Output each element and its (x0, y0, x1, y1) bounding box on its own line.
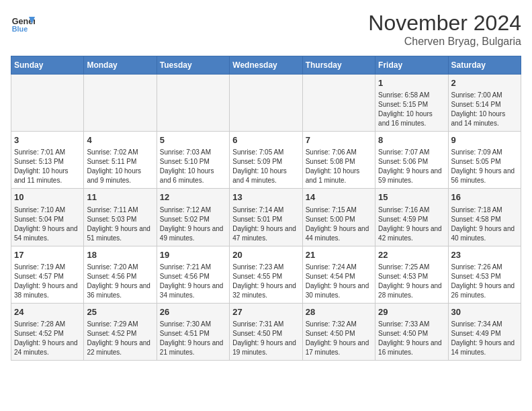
weekday-header-wednesday: Wednesday (230, 56, 302, 75)
day-number: 7 (306, 134, 372, 146)
day-info: Sunrise: 7:11 AM Sunset: 5:03 PM Dayligh… (87, 205, 153, 243)
day-number: 15 (378, 191, 445, 203)
calendar-cell: 16Sunrise: 7:18 AM Sunset: 4:58 PM Dayli… (448, 189, 521, 246)
day-info: Sunrise: 7:10 AM Sunset: 5:04 PM Dayligh… (14, 205, 81, 243)
weekday-header-friday: Friday (375, 56, 448, 75)
day-number: 8 (378, 134, 445, 146)
calendar-cell: 28Sunrise: 7:32 AM Sunset: 4:50 PM Dayli… (302, 303, 375, 360)
calendar-cell: 12Sunrise: 7:12 AM Sunset: 5:02 PM Dayli… (157, 189, 229, 246)
day-number: 25 (87, 306, 153, 318)
day-number: 1 (378, 77, 445, 89)
logo-icon: General Blue (11, 11, 35, 35)
month-title: November 2024 (368, 11, 521, 36)
svg-text:Blue: Blue (12, 25, 28, 33)
day-number: 30 (451, 306, 518, 318)
day-number: 14 (306, 191, 372, 203)
day-number: 29 (378, 306, 445, 318)
day-info: Sunrise: 7:16 AM Sunset: 4:59 PM Dayligh… (378, 205, 445, 243)
weekday-header-thursday: Thursday (302, 56, 375, 75)
day-info: Sunrise: 7:02 AM Sunset: 5:11 PM Dayligh… (87, 148, 153, 185)
day-info: Sunrise: 7:28 AM Sunset: 4:52 PM Dayligh… (14, 320, 81, 357)
day-info: Sunrise: 7:26 AM Sunset: 4:53 PM Dayligh… (451, 263, 518, 300)
calendar-cell: 25Sunrise: 7:29 AM Sunset: 4:52 PM Dayli… (84, 303, 157, 360)
day-info: Sunrise: 7:29 AM Sunset: 4:52 PM Dayligh… (87, 320, 153, 357)
day-info: Sunrise: 7:05 AM Sunset: 5:09 PM Dayligh… (232, 148, 299, 185)
day-number: 21 (306, 249, 372, 261)
location: Cherven Bryag, Bulgaria (368, 36, 521, 48)
day-number: 13 (232, 191, 299, 203)
day-number: 16 (451, 191, 518, 203)
day-number: 20 (232, 249, 299, 261)
weekday-header-tuesday: Tuesday (157, 56, 229, 75)
weekday-header-saturday: Saturday (448, 56, 521, 75)
calendar-cell: 27Sunrise: 7:31 AM Sunset: 4:50 PM Dayli… (230, 303, 302, 360)
calendar-cell: 8Sunrise: 7:07 AM Sunset: 5:06 PM Daylig… (375, 132, 448, 189)
day-info: Sunrise: 7:00 AM Sunset: 5:14 PM Dayligh… (451, 91, 518, 128)
day-number: 12 (160, 191, 226, 203)
day-number: 3 (14, 134, 81, 146)
calendar-cell (157, 75, 229, 132)
day-info: Sunrise: 7:12 AM Sunset: 5:02 PM Dayligh… (160, 205, 226, 243)
day-info: Sunrise: 7:23 AM Sunset: 4:55 PM Dayligh… (232, 263, 299, 300)
calendar-cell: 5Sunrise: 7:03 AM Sunset: 5:10 PM Daylig… (157, 132, 229, 189)
calendar-cell: 9Sunrise: 7:09 AM Sunset: 5:05 PM Daylig… (448, 132, 521, 189)
calendar-cell: 14Sunrise: 7:15 AM Sunset: 5:00 PM Dayli… (302, 189, 375, 246)
calendar-cell: 17Sunrise: 7:19 AM Sunset: 4:57 PM Dayli… (11, 246, 84, 303)
day-number: 26 (160, 306, 226, 318)
day-info: Sunrise: 7:15 AM Sunset: 5:00 PM Dayligh… (306, 205, 372, 243)
page-header: General Blue November 2024 Cherven Bryag… (11, 11, 521, 48)
calendar-cell: 22Sunrise: 7:25 AM Sunset: 4:53 PM Dayli… (375, 246, 448, 303)
day-info: Sunrise: 7:06 AM Sunset: 5:08 PM Dayligh… (306, 148, 372, 185)
day-info: Sunrise: 7:01 AM Sunset: 5:13 PM Dayligh… (14, 148, 81, 185)
calendar-cell: 30Sunrise: 7:34 AM Sunset: 4:49 PM Dayli… (448, 303, 521, 360)
calendar-cell: 15Sunrise: 7:16 AM Sunset: 4:59 PM Dayli… (375, 189, 448, 246)
day-number: 19 (160, 249, 226, 261)
calendar-cell (302, 75, 375, 132)
day-number: 2 (451, 77, 518, 89)
day-number: 18 (87, 249, 153, 261)
calendar-cell: 26Sunrise: 7:30 AM Sunset: 4:51 PM Dayli… (157, 303, 229, 360)
weekday-header-monday: Monday (84, 56, 157, 75)
calendar-cell: 18Sunrise: 7:20 AM Sunset: 4:56 PM Dayli… (84, 246, 157, 303)
day-info: Sunrise: 7:14 AM Sunset: 5:01 PM Dayligh… (232, 205, 299, 243)
day-number: 9 (451, 134, 518, 146)
day-number: 28 (306, 306, 372, 318)
title-block: November 2024 Cherven Bryag, Bulgaria (368, 11, 521, 48)
calendar-table: SundayMondayTuesdayWednesdayThursdayFrid… (11, 56, 521, 361)
calendar-cell (230, 75, 302, 132)
calendar-cell: 3Sunrise: 7:01 AM Sunset: 5:13 PM Daylig… (11, 132, 84, 189)
calendar-cell (84, 75, 157, 132)
calendar-cell: 1Sunrise: 6:58 AM Sunset: 5:15 PM Daylig… (375, 75, 448, 132)
day-number: 6 (232, 134, 299, 146)
day-info: Sunrise: 7:18 AM Sunset: 4:58 PM Dayligh… (451, 205, 518, 243)
day-info: Sunrise: 7:33 AM Sunset: 4:50 PM Dayligh… (378, 320, 445, 357)
day-info: Sunrise: 7:07 AM Sunset: 5:06 PM Dayligh… (378, 148, 445, 185)
day-number: 11 (87, 191, 153, 203)
day-info: Sunrise: 7:21 AM Sunset: 4:56 PM Dayligh… (160, 263, 226, 300)
day-number: 22 (378, 249, 445, 261)
calendar-cell: 7Sunrise: 7:06 AM Sunset: 5:08 PM Daylig… (302, 132, 375, 189)
day-number: 4 (87, 134, 153, 146)
day-number: 17 (14, 249, 81, 261)
calendar-cell: 6Sunrise: 7:05 AM Sunset: 5:09 PM Daylig… (230, 132, 302, 189)
day-number: 27 (232, 306, 299, 318)
day-info: Sunrise: 7:24 AM Sunset: 4:54 PM Dayligh… (306, 263, 372, 300)
calendar-cell (11, 75, 84, 132)
day-info: Sunrise: 7:20 AM Sunset: 4:56 PM Dayligh… (87, 263, 153, 300)
day-number: 24 (14, 306, 81, 318)
calendar-cell: 29Sunrise: 7:33 AM Sunset: 4:50 PM Dayli… (375, 303, 448, 360)
calendar-cell: 23Sunrise: 7:26 AM Sunset: 4:53 PM Dayli… (448, 246, 521, 303)
day-number: 10 (14, 191, 81, 203)
day-info: Sunrise: 7:09 AM Sunset: 5:05 PM Dayligh… (451, 148, 518, 185)
day-info: Sunrise: 7:30 AM Sunset: 4:51 PM Dayligh… (160, 320, 226, 357)
day-number: 5 (160, 134, 226, 146)
day-info: Sunrise: 7:32 AM Sunset: 4:50 PM Dayligh… (306, 320, 372, 357)
calendar-cell: 11Sunrise: 7:11 AM Sunset: 5:03 PM Dayli… (84, 189, 157, 246)
day-info: Sunrise: 7:34 AM Sunset: 4:49 PM Dayligh… (451, 320, 518, 357)
calendar-cell: 19Sunrise: 7:21 AM Sunset: 4:56 PM Dayli… (157, 246, 229, 303)
calendar-cell: 20Sunrise: 7:23 AM Sunset: 4:55 PM Dayli… (230, 246, 302, 303)
day-info: Sunrise: 7:19 AM Sunset: 4:57 PM Dayligh… (14, 263, 81, 300)
calendar-cell: 24Sunrise: 7:28 AM Sunset: 4:52 PM Dayli… (11, 303, 84, 360)
calendar-cell: 21Sunrise: 7:24 AM Sunset: 4:54 PM Dayli… (302, 246, 375, 303)
calendar-cell: 2Sunrise: 7:00 AM Sunset: 5:14 PM Daylig… (448, 75, 521, 132)
